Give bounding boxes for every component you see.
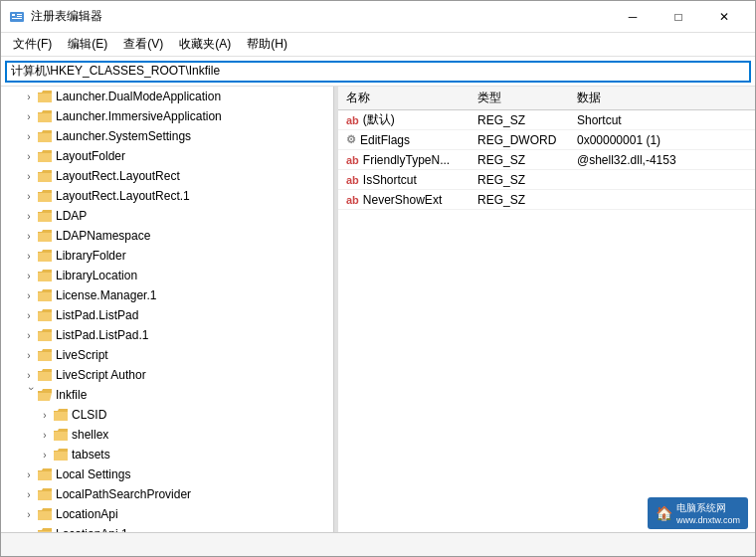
- expand-icon: ›: [21, 148, 37, 164]
- folder-icon: [37, 129, 53, 143]
- reg-data: 0x00000001 (1): [577, 133, 755, 147]
- svg-rect-4: [12, 18, 22, 19]
- reg-name: IsShortcut: [363, 173, 417, 187]
- folder-icon: [37, 348, 53, 362]
- main-content: › Launcher.DualModeApplication › Launche…: [1, 87, 755, 532]
- folder-icon: [37, 149, 53, 163]
- watermark-content: 电脑系统网 www.dnxtw.com: [676, 501, 740, 525]
- expand-icon: ›: [21, 168, 37, 184]
- details-row-nevershowext[interactable]: ab NeverShowExt REG_SZ: [338, 190, 755, 210]
- tree-item-library-folder[interactable]: › LibraryFolder: [1, 246, 333, 266]
- tree-item-shellex[interactable]: › shellex: [1, 425, 333, 445]
- tree-item-inkfile[interactable]: › Inkfile: [1, 385, 333, 405]
- expand-icon: ›: [21, 188, 37, 204]
- folder-icon: [37, 269, 53, 282]
- tree-label: LayoutRect.LayoutRect: [56, 169, 333, 183]
- watermark: 🏠 电脑系统网 www.dnxtw.com: [648, 497, 748, 529]
- watermark-brand: 电脑系统网: [676, 501, 740, 515]
- reg-type: REG_SZ: [477, 193, 577, 207]
- reg-type: REG_DWORD: [477, 133, 577, 147]
- expand-icon: ›: [21, 268, 37, 283]
- details-row-friendly[interactable]: ab FriendlyTypeN... REG_SZ @shell32.dll,…: [338, 150, 755, 170]
- tree-label: Local Settings: [56, 467, 333, 481]
- expand-icon: ›: [21, 466, 37, 482]
- menu-help[interactable]: 帮助(H): [239, 34, 295, 55]
- col-header-name: 名称: [338, 90, 477, 106]
- tree-item-location-api-1[interactable]: › LocationApi.1: [1, 524, 333, 532]
- expand-icon: ›: [21, 287, 37, 303]
- details-row-editflags[interactable]: ⚙ EditFlags REG_DWORD 0x00000001 (1): [338, 130, 755, 150]
- tree-item-launcher-system[interactable]: › Launcher.SystemSettings: [1, 126, 333, 146]
- folder-icon: [53, 448, 69, 462]
- folder-icon: [37, 467, 53, 481]
- svg-rect-2: [17, 14, 22, 15]
- expand-icon: ›: [21, 347, 37, 363]
- folder-icon: [37, 308, 53, 322]
- tree-label: LibraryLocation: [56, 269, 333, 282]
- menu-edit[interactable]: 编辑(E): [60, 34, 115, 55]
- tree-label: Launcher.SystemSettings: [56, 129, 333, 143]
- window-title: 注册表编辑器: [31, 8, 102, 25]
- close-button[interactable]: ✕: [701, 1, 747, 33]
- tree-item-livescript[interactable]: › LiveScript: [1, 345, 333, 365]
- expand-icon: ›: [21, 128, 37, 144]
- col-header-data: 数据: [577, 90, 755, 106]
- tree-item-tabsets[interactable]: › tabsets: [1, 445, 333, 464]
- reg-type: REG_SZ: [477, 173, 577, 187]
- tree-item-listpad-1[interactable]: › ListPad.ListPad.1: [1, 325, 333, 345]
- folder-icon: [37, 249, 53, 263]
- tree-item-layout-rect-1[interactable]: › LayoutRect.LayoutRect.1: [1, 186, 333, 206]
- details-panel: 名称 类型 数据 ab (默认) REG_SZ Shortcut ⚙ EditF…: [338, 87, 755, 532]
- menu-file[interactable]: 文件(F): [5, 34, 60, 55]
- col-header-type: 类型: [477, 90, 577, 106]
- details-row-isshortcut[interactable]: ab IsShortcut REG_SZ: [338, 170, 755, 190]
- folder-icon: [37, 109, 53, 123]
- expand-icon: ›: [21, 248, 37, 264]
- menu-favorites[interactable]: 收藏夹(A): [171, 34, 239, 55]
- tree-item-location-api[interactable]: › LocationApi: [1, 504, 333, 524]
- maximize-button[interactable]: □: [656, 1, 701, 33]
- tree-item-launcher-dual[interactable]: › Launcher.DualModeApplication: [1, 87, 333, 106]
- tree-label: ListPad.ListPad.1: [56, 328, 333, 342]
- folder-icon: [37, 328, 53, 342]
- folder-icon: [37, 507, 53, 521]
- svg-rect-1: [12, 14, 15, 16]
- tree-item-local-path[interactable]: › LocalPathSearchProvider: [1, 484, 333, 504]
- expand-icon: ›: [37, 447, 53, 463]
- details-row-default[interactable]: ab (默认) REG_SZ Shortcut: [338, 110, 755, 130]
- tree-item-layout-folder[interactable]: › LayoutFolder: [1, 146, 333, 166]
- reg-ab-icon: ab: [346, 114, 359, 126]
- tree-item-library-location[interactable]: › LibraryLocation: [1, 266, 333, 285]
- reg-ab-icon: ab: [346, 194, 359, 206]
- tree-item-local-settings[interactable]: › Local Settings: [1, 464, 333, 484]
- tree-label: LayoutFolder: [56, 149, 333, 163]
- tree-item-launcher-immersive[interactable]: › Launcher.ImmersiveApplication: [1, 106, 333, 126]
- address-input[interactable]: [5, 61, 751, 83]
- reg-data: @shell32.dll,-4153: [577, 153, 755, 167]
- tree-item-clsid[interactable]: › CLSID: [1, 405, 333, 425]
- tree-item-ldap-namespace[interactable]: › LDAPNamespace: [1, 226, 333, 246]
- menu-view[interactable]: 查看(V): [115, 34, 171, 55]
- tree-label: Launcher.DualModeApplication: [56, 90, 333, 103]
- tree-item-license-manager[interactable]: › License.Manager.1: [1, 285, 333, 305]
- title-bar-left: 注册表编辑器: [9, 8, 102, 25]
- tree-item-listpad[interactable]: › ListPad.ListPad: [1, 305, 333, 325]
- tree-label: ListPad.ListPad: [56, 308, 333, 322]
- reg-name: NeverShowExt: [363, 193, 442, 207]
- expand-icon: ›: [21, 89, 37, 104]
- reg-gear-icon: ⚙: [346, 133, 356, 146]
- tree-item-livescript-author[interactable]: › LiveScript Author: [1, 365, 333, 385]
- folder-icon: [37, 169, 53, 183]
- menu-bar: 文件(F) 编辑(E) 查看(V) 收藏夹(A) 帮助(H): [1, 33, 755, 57]
- tree-item-ldap[interactable]: › LDAP: [1, 206, 333, 226]
- tree-label: LiveScript Author: [56, 368, 333, 382]
- folder-icon: [37, 229, 53, 243]
- tree-label: Launcher.ImmersiveApplication: [56, 109, 333, 123]
- folder-icon: [37, 288, 53, 302]
- tree-item-layout-rect[interactable]: › LayoutRect.LayoutRect: [1, 166, 333, 186]
- app-icon: [9, 9, 25, 25]
- folder-icon: [37, 189, 53, 203]
- reg-name: EditFlags: [360, 133, 410, 147]
- minimize-button[interactable]: ─: [610, 1, 656, 33]
- tree-label: LibraryFolder: [56, 249, 333, 263]
